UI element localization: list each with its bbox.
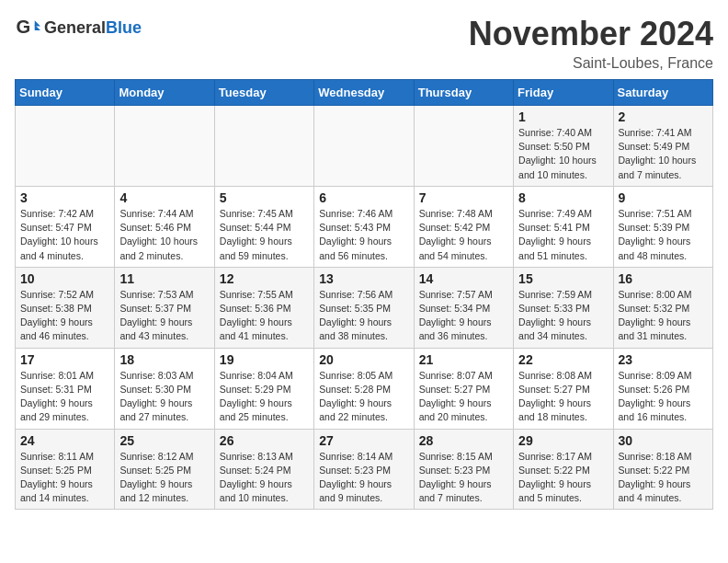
calendar-cell: 13Sunrise: 7:56 AM Sunset: 5:35 PM Dayli… (314, 267, 414, 348)
day-info: Sunrise: 8:13 AM Sunset: 5:24 PM Dayligh… (220, 450, 309, 506)
day-info: Sunrise: 8:00 AM Sunset: 5:32 PM Dayligh… (619, 288, 708, 344)
calendar-cell: 20Sunrise: 8:05 AM Sunset: 5:28 PM Dayli… (314, 348, 414, 429)
calendar-week-row: 10Sunrise: 7:52 AM Sunset: 5:38 PM Dayli… (16, 267, 713, 348)
location: Saint-Loubes, France (469, 55, 713, 72)
calendar-cell: 27Sunrise: 8:14 AM Sunset: 5:23 PM Dayli… (314, 429, 414, 510)
day-info: Sunrise: 8:01 AM Sunset: 5:31 PM Dayligh… (20, 369, 109, 425)
day-number: 8 (518, 190, 608, 205)
day-number: 25 (119, 433, 209, 448)
day-info: Sunrise: 8:12 AM Sunset: 5:25 PM Dayligh… (119, 450, 209, 506)
calendar-cell: 19Sunrise: 8:04 AM Sunset: 5:29 PM Dayli… (214, 348, 313, 429)
day-info: Sunrise: 7:48 AM Sunset: 5:42 PM Dayligh… (419, 207, 508, 263)
calendar-cell: 30Sunrise: 8:18 AM Sunset: 5:22 PM Dayli… (613, 429, 712, 510)
day-info: Sunrise: 8:05 AM Sunset: 5:28 PM Dayligh… (319, 369, 408, 425)
day-number: 2 (619, 109, 708, 124)
day-number: 12 (220, 271, 309, 286)
day-number: 27 (319, 433, 408, 448)
calendar-cell: 25Sunrise: 8:12 AM Sunset: 5:25 PM Dayli… (115, 429, 214, 510)
day-number: 16 (619, 271, 708, 286)
calendar-cell: 29Sunrise: 8:17 AM Sunset: 5:22 PM Dayli… (514, 429, 613, 510)
day-number: 5 (220, 190, 309, 205)
day-info: Sunrise: 8:08 AM Sunset: 5:27 PM Dayligh… (518, 369, 608, 425)
calendar-cell (414, 106, 513, 187)
col-monday: Monday (115, 80, 214, 106)
day-number: 14 (419, 271, 508, 286)
col-wednesday: Wednesday (314, 80, 414, 106)
calendar-cell: 22Sunrise: 8:08 AM Sunset: 5:27 PM Dayli… (514, 348, 613, 429)
calendar-cell: 9Sunrise: 7:51 AM Sunset: 5:39 PM Daylig… (613, 186, 712, 267)
day-info: Sunrise: 8:07 AM Sunset: 5:27 PM Dayligh… (419, 369, 508, 425)
day-number: 26 (220, 433, 309, 448)
day-number: 10 (20, 271, 109, 286)
day-number: 11 (119, 271, 209, 286)
col-saturday: Saturday (613, 80, 712, 106)
col-sunday: Sunday (16, 80, 115, 106)
day-info: Sunrise: 8:18 AM Sunset: 5:22 PM Dayligh… (619, 450, 708, 506)
calendar-cell (214, 106, 313, 187)
col-tuesday: Tuesday (214, 80, 313, 106)
day-number: 21 (419, 352, 508, 367)
svg-text:G: G (17, 17, 31, 37)
calendar-cell: 17Sunrise: 8:01 AM Sunset: 5:31 PM Dayli… (16, 348, 115, 429)
day-info: Sunrise: 8:04 AM Sunset: 5:29 PM Dayligh… (220, 369, 309, 425)
day-info: Sunrise: 7:44 AM Sunset: 5:46 PM Dayligh… (119, 207, 209, 263)
col-friday: Friday (514, 80, 613, 106)
calendar-cell: 18Sunrise: 8:03 AM Sunset: 5:30 PM Dayli… (115, 348, 214, 429)
day-info: Sunrise: 8:17 AM Sunset: 5:22 PM Dayligh… (518, 450, 608, 506)
day-info: Sunrise: 8:03 AM Sunset: 5:30 PM Dayligh… (119, 369, 209, 425)
day-number: 19 (220, 352, 309, 367)
calendar-cell: 7Sunrise: 7:48 AM Sunset: 5:42 PM Daylig… (414, 186, 513, 267)
calendar-cell: 26Sunrise: 8:13 AM Sunset: 5:24 PM Dayli… (214, 429, 313, 510)
day-number: 18 (119, 352, 209, 367)
day-number: 13 (319, 271, 408, 286)
day-info: Sunrise: 7:52 AM Sunset: 5:38 PM Dayligh… (20, 288, 109, 344)
calendar-cell (314, 106, 414, 187)
calendar-week-row: 1Sunrise: 7:40 AM Sunset: 5:50 PM Daylig… (16, 106, 713, 187)
calendar-cell: 14Sunrise: 7:57 AM Sunset: 5:34 PM Dayli… (414, 267, 513, 348)
day-number: 20 (319, 352, 408, 367)
calendar-cell: 11Sunrise: 7:53 AM Sunset: 5:37 PM Dayli… (115, 267, 214, 348)
calendar-cell: 24Sunrise: 8:11 AM Sunset: 5:25 PM Dayli… (16, 429, 115, 510)
calendar-cell: 21Sunrise: 8:07 AM Sunset: 5:27 PM Dayli… (414, 348, 513, 429)
day-info: Sunrise: 7:41 AM Sunset: 5:49 PM Dayligh… (619, 126, 708, 182)
logo: G GeneralBlue (15, 15, 142, 40)
calendar-cell: 6Sunrise: 7:46 AM Sunset: 5:43 PM Daylig… (314, 186, 414, 267)
calendar-cell: 10Sunrise: 7:52 AM Sunset: 5:38 PM Dayli… (16, 267, 115, 348)
calendar-cell: 8Sunrise: 7:49 AM Sunset: 5:41 PM Daylig… (514, 186, 613, 267)
day-info: Sunrise: 7:53 AM Sunset: 5:37 PM Dayligh… (119, 288, 209, 344)
day-number: 9 (619, 190, 708, 205)
svg-marker-1 (35, 20, 40, 26)
calendar-cell: 2Sunrise: 7:41 AM Sunset: 5:49 PM Daylig… (613, 106, 712, 187)
calendar-week-row: 17Sunrise: 8:01 AM Sunset: 5:31 PM Dayli… (16, 348, 713, 429)
calendar-table: Sunday Monday Tuesday Wednesday Thursday… (15, 79, 713, 510)
calendar-header-row: Sunday Monday Tuesday Wednesday Thursday… (16, 80, 713, 106)
day-info: Sunrise: 7:49 AM Sunset: 5:41 PM Dayligh… (518, 207, 608, 263)
day-info: Sunrise: 8:11 AM Sunset: 5:25 PM Dayligh… (20, 450, 109, 506)
day-info: Sunrise: 7:51 AM Sunset: 5:39 PM Dayligh… (619, 207, 708, 263)
calendar-cell: 23Sunrise: 8:09 AM Sunset: 5:26 PM Dayli… (613, 348, 712, 429)
day-info: Sunrise: 7:55 AM Sunset: 5:36 PM Dayligh… (220, 288, 309, 344)
calendar-cell: 4Sunrise: 7:44 AM Sunset: 5:46 PM Daylig… (115, 186, 214, 267)
month-title: November 2024 (469, 15, 713, 53)
day-info: Sunrise: 7:45 AM Sunset: 5:44 PM Dayligh… (220, 207, 309, 263)
calendar-cell (115, 106, 214, 187)
day-number: 7 (419, 190, 508, 205)
day-number: 23 (619, 352, 708, 367)
day-number: 28 (419, 433, 508, 448)
calendar-cell: 3Sunrise: 7:42 AM Sunset: 5:47 PM Daylig… (16, 186, 115, 267)
day-info: Sunrise: 7:56 AM Sunset: 5:35 PM Dayligh… (319, 288, 408, 344)
calendar-cell: 12Sunrise: 7:55 AM Sunset: 5:36 PM Dayli… (214, 267, 313, 348)
day-info: Sunrise: 7:57 AM Sunset: 5:34 PM Dayligh… (419, 288, 508, 344)
calendar-cell: 16Sunrise: 8:00 AM Sunset: 5:32 PM Dayli… (613, 267, 712, 348)
day-number: 29 (518, 433, 608, 448)
day-number: 4 (119, 190, 209, 205)
col-thursday: Thursday (414, 80, 513, 106)
calendar-cell: 15Sunrise: 7:59 AM Sunset: 5:33 PM Dayli… (514, 267, 613, 348)
day-number: 24 (20, 433, 109, 448)
day-info: Sunrise: 7:59 AM Sunset: 5:33 PM Dayligh… (518, 288, 608, 344)
title-block: November 2024 Saint-Loubes, France (469, 15, 713, 72)
logo-blue: Blue (106, 18, 142, 37)
day-info: Sunrise: 8:09 AM Sunset: 5:26 PM Dayligh… (619, 369, 708, 425)
calendar-week-row: 24Sunrise: 8:11 AM Sunset: 5:25 PM Dayli… (16, 429, 713, 510)
day-number: 6 (319, 190, 408, 205)
